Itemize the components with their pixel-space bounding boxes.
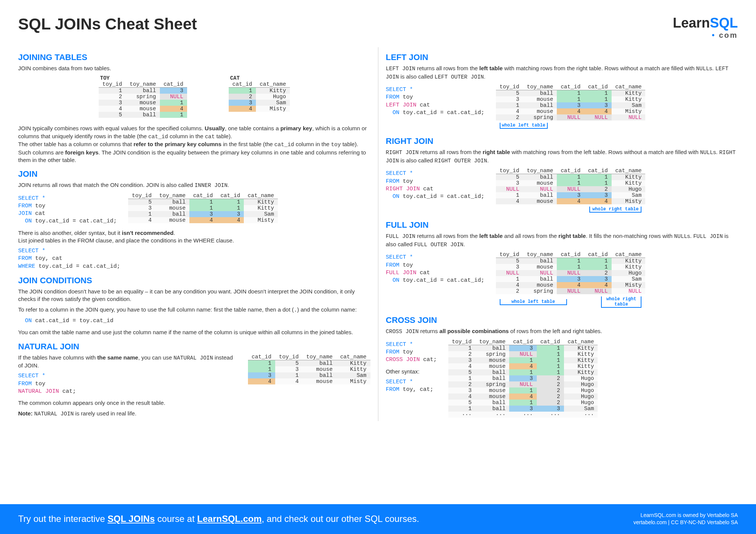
- intro-text: JOIN combines data from two tables.: [18, 65, 370, 72]
- leftjoin-result-table: toy_idtoy_namecat_idcat_idcat_name5ball1…: [496, 84, 646, 120]
- crossjoin-other-label: Other syntax:: [386, 368, 437, 375]
- join-sql: SELECT * FROM toy JOIN cat ON toy.cat_id…: [18, 195, 117, 225]
- brand-logo: LearnSQL • com: [673, 15, 738, 40]
- toy-table-block: TOY toy_idtoy_namecat_id1ball32springNUL…: [99, 75, 187, 120]
- conditions-p2: To refer to a column in the JOIN query, …: [18, 306, 370, 314]
- left-column: JOINING TABLES JOIN combines data from t…: [18, 47, 378, 421]
- heading-full-join: FULL JOIN: [386, 220, 738, 230]
- footer-legal: LearnSQL.com is owned by Vertabelo SA ve…: [634, 512, 738, 526]
- natural-p2: The common column appears only once in t…: [18, 399, 370, 407]
- heading-right-join: RIGHT JOIN: [386, 136, 738, 146]
- heading-join-conditions: JOIN CONDITIONS: [18, 276, 370, 286]
- natural-p3: Note: NATURAL JOIN is rarely used in rea…: [18, 410, 370, 418]
- crossjoin-sql: SELECT * FROM toy CROSS JOIN cat;: [386, 341, 437, 364]
- page-title: SQL JOINs Cheat Sheet: [18, 15, 197, 33]
- join-sql-old: SELECT * FROM toy, cat WHERE toy.cat_id …: [18, 247, 370, 270]
- conditions-p1: The JOIN condition doesn't have to be an…: [18, 288, 370, 303]
- heading-cross-join: CROSS JOIN: [386, 315, 738, 325]
- natural-sql: SELECT * FROM toy NATURAL JOIN cat;: [18, 372, 237, 395]
- heading-joining-tables: JOINING TABLES: [18, 52, 370, 62]
- right-column: LEFT JOIN LEFT JOIN returns all rows fro…: [378, 47, 738, 421]
- natural-p1: If the tables have columns with the same…: [18, 354, 237, 370]
- crossjoin-sql2: SELECT * FROM toy, cat;: [386, 378, 437, 394]
- natural-result-table: cat_idtoy_idtoy_namecat_name15ballKitty1…: [248, 354, 370, 384]
- heading-join: JOIN: [18, 169, 370, 179]
- fulljoin-sql: SELECT * FROM toy FULL JOIN cat ON toy.c…: [386, 254, 485, 284]
- crossjoin-result-table: toy_idtoy_namecat_idcat_idcat_name1ball3…: [448, 339, 598, 418]
- rightjoin-desc: RIGHT JOIN returns all rows from the rig…: [386, 148, 738, 165]
- join-result-table: toy_idtoy_namecat_idcat_idcat_name5ball1…: [128, 193, 278, 223]
- leftjoin-desc: LEFT JOIN returns all rows from the left…: [386, 65, 738, 81]
- fulljoin-result-table: toy_idtoy_namecat_idcat_idcat_name5ball1…: [496, 252, 646, 294]
- crossjoin-desc: CROSS JOIN returns all possible combinat…: [386, 327, 738, 336]
- rightjoin-sql: SELECT * FROM toy RIGHT JOIN cat ON toy.…: [386, 170, 485, 201]
- cat-table-block: CAT cat_idcat_name1Kitty2Hugo3Sam4Misty: [229, 75, 290, 120]
- heading-left-join: LEFT JOIN: [386, 52, 738, 62]
- footer-cta: Try out the interactive SQL JOINs course…: [18, 514, 419, 524]
- footer-link-site[interactable]: LearnSQL.com: [197, 514, 262, 524]
- join-note: There is also another, older syntax, but…: [18, 229, 370, 245]
- conditions-code: ON cat.cat_id = toy.cat_id: [18, 317, 370, 325]
- footer: Try out the interactive SQL JOINs course…: [0, 504, 756, 534]
- fulljoin-desc: FULL JOIN returns all rows from the left…: [386, 232, 738, 248]
- conditions-p3: You can omit the table name and use just…: [18, 329, 370, 336]
- rightjoin-result-table: toy_idtoy_namecat_idcat_idcat_name5ball1…: [496, 168, 646, 204]
- heading-natural-join: NATURAL JOIN: [18, 342, 370, 352]
- footer-link-course[interactable]: SQL JOINs: [108, 514, 155, 524]
- join-desc: JOIN returns all rows that match the ON …: [18, 181, 370, 190]
- leftjoin-sql: SELECT * FROM toy LEFT JOIN cat ON toy.c…: [386, 86, 485, 117]
- joining-tables-para1: JOIN typically combines rows with equal …: [18, 125, 370, 164]
